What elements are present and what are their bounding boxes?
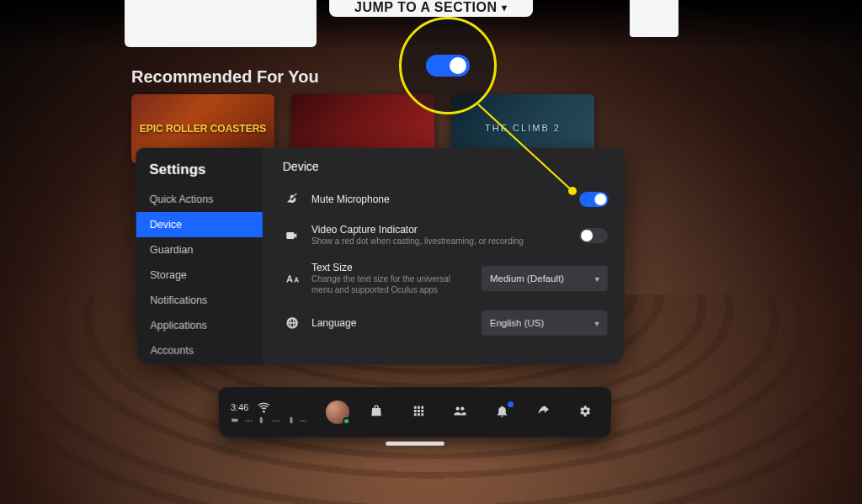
globe-icon — [283, 316, 301, 330]
language-dropdown[interactable]: English (US) ▾ — [482, 310, 608, 336]
toggle-knob — [581, 229, 593, 241]
dock-grab-handle[interactable] — [386, 442, 444, 446]
recommended-title: Recommended For You — [131, 67, 319, 87]
top-panel-right — [630, 0, 678, 37]
top-panel-left — [125, 0, 317, 47]
sidebar-item-label: Storage — [150, 269, 187, 281]
clock-time: 3:46 — [231, 402, 249, 412]
sidebar-item-accounts[interactable]: Accounts — [137, 338, 263, 363]
dock-apps-button[interactable] — [412, 404, 426, 422]
dock-icons — [364, 404, 598, 422]
profile-avatar[interactable] — [326, 401, 349, 424]
dock-people-button[interactable] — [453, 404, 467, 422]
battery-controller-r-icon: ••• — [285, 416, 307, 425]
row-label: Language — [311, 317, 471, 329]
settings-sidebar: Settings Quick Actions Device Guardian S… — [136, 148, 263, 365]
settings-title: Settings — [136, 162, 262, 187]
sidebar-item-label: Guardian — [150, 244, 194, 256]
dock-notifications-button[interactable] — [494, 404, 508, 422]
panel-title: Device — [283, 160, 609, 173]
dropdown-value: English (US) — [490, 318, 544, 328]
store-card-title: THE CLIMB 2 — [485, 124, 561, 134]
online-status-dot — [343, 417, 350, 425]
sidebar-item-label: Quick Actions — [150, 194, 214, 205]
svg-rect-3 — [290, 417, 292, 423]
mute-toggle[interactable] — [579, 192, 608, 207]
row-language: Language English (US) ▾ — [283, 305, 608, 341]
store-card-title: EPIC ROLLER COASTERS — [140, 124, 267, 135]
sidebar-item-label: Device — [150, 219, 182, 231]
dock-share-button[interactable] — [536, 404, 551, 422]
sidebar-item-label: Accounts — [151, 345, 194, 357]
dock-settings-button[interactable] — [577, 404, 592, 422]
toggle-knob — [450, 57, 466, 74]
row-label: Mute Microphone — [311, 194, 570, 205]
wifi-icon — [257, 400, 271, 414]
sidebar-item-guardian[interactable]: Guardian — [136, 237, 263, 263]
notification-badge — [508, 401, 513, 407]
chevron-down-icon: ▾ — [595, 273, 599, 283]
row-label: Text Size — [311, 262, 471, 273]
universal-menu-dock: 3:46 ••• ••• ••• — [218, 387, 611, 438]
row-sublabel: Change the text size for the universal m… — [311, 273, 471, 295]
row-video-capture-indicator: Video Capture Indicator Show a red dot w… — [283, 219, 608, 252]
sidebar-item-notifications[interactable]: Notifications — [136, 288, 263, 313]
sidebar-item-quick-actions[interactable]: Quick Actions — [136, 187, 262, 212]
row-label: Video Capture Indicator — [311, 224, 569, 236]
toggle-knob — [594, 194, 606, 205]
dock-store-button[interactable] — [370, 404, 385, 422]
page-top-banner[interactable]: JUMP TO A SECTION ▾ — [329, 0, 533, 17]
annotation-toggle-enlarged — [426, 55, 470, 77]
mic-off-icon — [283, 193, 301, 206]
svg-rect-2 — [260, 417, 263, 423]
sidebar-item-device[interactable]: Device — [136, 212, 263, 237]
battery-headset-icon: ••• — [231, 416, 253, 425]
dock-status: 3:46 ••• ••• ••• — [231, 400, 307, 425]
video-icon — [283, 228, 301, 241]
settings-panel: Device Mute Microphone Video Capture Ind… — [263, 148, 625, 365]
sidebar-item-storage[interactable]: Storage — [136, 263, 263, 288]
sidebar-item-label: Applications — [150, 320, 206, 332]
text-size-dropdown[interactable]: Medium (Default) ▾ — [482, 266, 608, 291]
chevron-down-icon: ▾ — [595, 318, 599, 327]
vci-toggle[interactable] — [579, 227, 608, 242]
banner-text: JUMP TO A SECTION — [354, 0, 497, 15]
sidebar-item-label: Notifications — [150, 294, 207, 306]
text-size-icon — [283, 271, 301, 286]
row-mute-microphone: Mute Microphone — [283, 185, 609, 214]
row-sublabel: Show a red dot when casting, livestreami… — [311, 236, 569, 247]
sidebar-item-applications[interactable]: Applications — [136, 313, 263, 338]
row-text-size: Text Size Change the text size for the u… — [283, 257, 608, 300]
settings-window: Settings Quick Actions Device Guardian S… — [136, 148, 625, 365]
battery-controller-l-icon: ••• — [258, 416, 279, 425]
dropdown-value: Medium (Default) — [490, 273, 564, 284]
chevron-down-icon: ▾ — [502, 2, 508, 13]
